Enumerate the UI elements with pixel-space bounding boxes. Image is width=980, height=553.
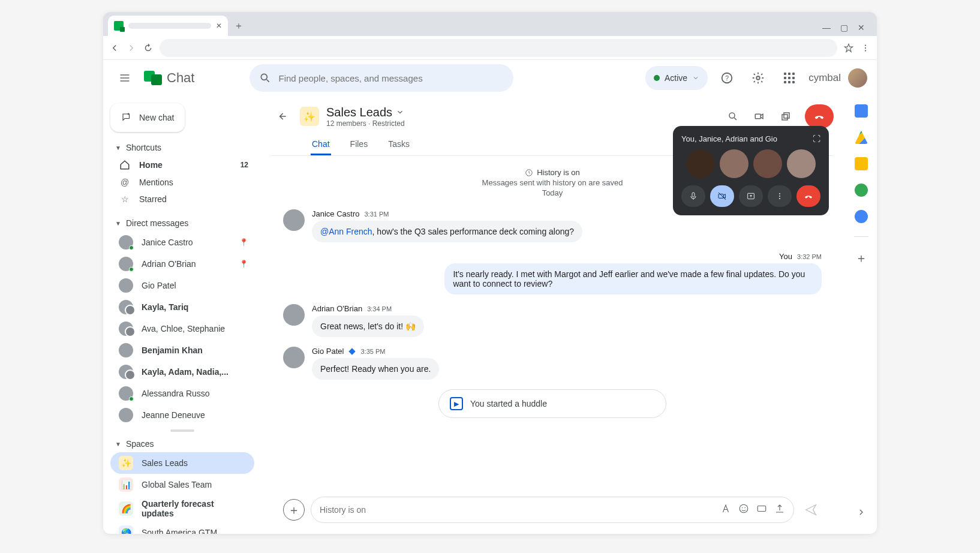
space-title-dropdown[interactable]: Sales Leads — [326, 106, 714, 119]
tasks-rail-icon[interactable] — [855, 210, 868, 223]
tab-tasks[interactable]: Tasks — [387, 134, 411, 155]
dm-item[interactable]: Alessandra Russo — [110, 383, 254, 404]
mention[interactable]: @Ann French — [320, 227, 372, 236]
expand-rail-button[interactable] — [856, 507, 866, 525]
space-item[interactable]: 🌈Quarterly forecast updates — [110, 495, 254, 522]
huddle-icon: ▶ — [450, 397, 463, 410]
open-in-new-button[interactable] — [774, 104, 798, 128]
app-name: Chat — [167, 70, 194, 86]
divider-handle[interactable] — [170, 429, 194, 432]
huddle-started-chip[interactable]: ▶ You started a huddle — [438, 389, 666, 418]
status-dot-icon — [654, 75, 660, 81]
space-emoji-icon: 🌎 — [119, 525, 133, 534]
nav-forward-icon — [126, 43, 137, 53]
app-logo[interactable]: Chat — [144, 69, 194, 87]
svg-point-7 — [729, 113, 735, 118]
drive-rail-icon[interactable] — [855, 131, 868, 144]
space-emoji-icon: 🌈 — [119, 501, 133, 516]
present-icon — [746, 191, 756, 201]
address-bar[interactable] — [160, 39, 837, 57]
new-chat-button[interactable]: New chat — [110, 103, 185, 132]
message-avatar — [283, 209, 305, 231]
space-item[interactable]: 📊Global Sales Team — [110, 474, 254, 495]
message-meta: Adrian O'Brian3:34 PM — [312, 304, 424, 313]
search-in-space-button[interactable] — [721, 104, 745, 128]
dm-item[interactable]: Kayla, Tariq — [110, 296, 254, 318]
settings-button[interactable] — [746, 66, 770, 90]
dm-item[interactable]: Benjamin Khan — [110, 339, 254, 361]
emoji-icon[interactable] — [738, 503, 749, 516]
nav-mentions[interactable]: @ Mentions — [110, 174, 254, 191]
minimize-button[interactable]: — — [822, 23, 831, 32]
home-icon — [119, 160, 131, 170]
gif-icon[interactable] — [756, 503, 767, 516]
svg-point-2 — [865, 50, 866, 51]
huddle-overlay[interactable]: You, Janice, Adrian and Gio ⛶ — [673, 126, 829, 215]
dm-item[interactable]: Janice Castro📍 — [110, 232, 254, 253]
message-composer[interactable] — [311, 497, 794, 523]
dm-item[interactable]: Ava, Chloe, Stephanie — [110, 318, 254, 339]
more-options-button[interactable] — [768, 185, 792, 207]
present-button[interactable] — [739, 185, 763, 207]
space-avatar: ✨ — [300, 107, 319, 126]
spaces-section-header[interactable]: ▼ Spaces — [110, 435, 254, 452]
send-button[interactable] — [800, 499, 822, 521]
camera-off-button[interactable] — [710, 185, 734, 207]
add-attachment-button[interactable]: ＋ — [283, 499, 305, 521]
expand-huddle-icon[interactable]: ⛶ — [813, 134, 820, 143]
browser-tabbar: ✕ ＋ — ▢ ✕ — [103, 12, 877, 36]
dm-avatar — [119, 235, 133, 250]
nav-starred[interactable]: ☆ Starred — [110, 191, 254, 208]
browser-tab[interactable]: ✕ — [108, 16, 228, 36]
caret-down-icon: ▼ — [115, 441, 121, 447]
status-selector[interactable]: Active — [645, 66, 708, 90]
back-button[interactable] — [271, 106, 293, 127]
svg-point-14 — [745, 507, 746, 509]
tab-close-icon[interactable]: ✕ — [216, 22, 222, 30]
search-bar[interactable] — [249, 64, 513, 92]
account-avatar[interactable] — [848, 68, 867, 88]
browser-window: ✕ ＋ — ▢ ✕ Chat — [103, 12, 877, 534]
format-icon[interactable] — [720, 503, 731, 516]
tab-chat[interactable]: Chat — [311, 134, 331, 155]
apps-button[interactable] — [777, 66, 801, 90]
new-tab-button[interactable]: ＋ — [230, 17, 247, 34]
dm-item[interactable]: Jeanne Deneuve — [110, 404, 254, 426]
search-icon — [728, 111, 738, 122]
reload-icon[interactable] — [143, 43, 154, 53]
svg-rect-15 — [757, 506, 766, 512]
browser-menu-icon[interactable] — [860, 43, 871, 53]
bookmark-icon[interactable] — [843, 43, 854, 53]
shortcuts-section-header[interactable]: ▼ Shortcuts — [110, 139, 254, 156]
new-chat-label: New chat — [139, 113, 174, 122]
tab-files[interactable]: Files — [349, 134, 369, 155]
dm-item[interactable]: Adrian O'Brian📍 — [110, 253, 254, 275]
space-item[interactable]: 🌎South America GTM — [110, 522, 254, 534]
nav-home[interactable]: Home 12 — [110, 156, 254, 174]
dm-item[interactable]: Gio Patel — [110, 275, 254, 296]
space-item[interactable]: ✨Sales Leads — [110, 452, 254, 474]
mic-button[interactable] — [681, 185, 705, 207]
close-window-button[interactable]: ✕ — [858, 23, 865, 32]
window-controls: — ▢ ✕ — [822, 23, 872, 36]
search-input[interactable] — [278, 73, 504, 83]
dm-item[interactable]: Kayla, Adam, Nadia,... — [110, 361, 254, 383]
composer-input[interactable] — [320, 505, 714, 515]
sidebar: New chat ▼ Shortcuts Home 12 @ Mentions … — [103, 96, 259, 534]
help-button[interactable]: ? — [715, 66, 739, 90]
svg-point-20 — [779, 196, 780, 197]
nav-back-icon[interactable] — [109, 43, 120, 53]
keep-rail-icon[interactable] — [855, 157, 868, 170]
help-icon: ? — [720, 71, 734, 85]
calendar-rail-icon[interactable] — [855, 104, 868, 118]
main-menu-button[interactable] — [113, 66, 137, 90]
voice-rail-icon[interactable] — [855, 184, 868, 197]
end-call-button[interactable] — [796, 185, 820, 207]
dm-section-header[interactable]: ▼ Direct messages — [110, 215, 254, 232]
maximize-button[interactable]: ▢ — [840, 23, 848, 32]
add-panel-button[interactable]: ＋ — [855, 250, 867, 266]
hangup-header-button[interactable] — [805, 104, 834, 128]
video-call-button[interactable] — [747, 104, 771, 128]
chat-app: Chat Active ? cymbal — [103, 60, 877, 534]
upload-icon[interactable] — [774, 503, 785, 516]
